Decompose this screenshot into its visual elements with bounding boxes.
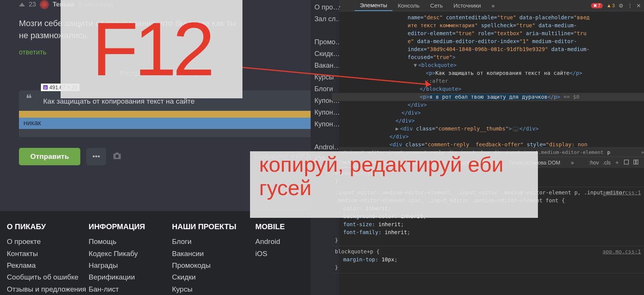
send-button[interactable]: Отправить	[19, 148, 80, 165]
footer-link[interactable]: Помощь	[89, 236, 172, 247]
annotation-f12: F12	[61, 0, 242, 98]
svg-rect-4	[636, 160, 638, 164]
footer-link[interactable]: Промокоды	[172, 259, 255, 271]
footer-h2: ИНФОРМАЦИЯ	[89, 222, 172, 231]
selected-node[interactable]: <p>я в рот ебал твою защиту для дурачков…	[332, 93, 644, 101]
footer-link[interactable]: Верификации	[89, 271, 172, 283]
margin-highlight	[19, 111, 313, 118]
hov-toggle[interactable]: :hov	[589, 160, 599, 166]
footer-link[interactable]: Отзывы и предложения	[7, 283, 89, 295]
warn-badge[interactable]: ▲ 3	[606, 3, 615, 8]
quote-icon: ❝	[26, 92, 32, 105]
svg-point-0	[116, 155, 119, 158]
footer-link[interactable]: Блоги	[172, 236, 255, 247]
styles-icon[interactable]	[633, 159, 639, 166]
tab-elements[interactable]: Элементы	[355, 0, 392, 11]
footer-link[interactable]: Скидки	[172, 271, 255, 283]
tabs-more-icon[interactable]: »	[486, 0, 500, 11]
content-highlight: никак	[19, 118, 313, 129]
svg-rect-2	[624, 160, 628, 164]
avatar[interactable]	[40, 0, 49, 9]
footer-link[interactable]: Кодекс Пикабу	[89, 248, 172, 259]
devtools-pane: Элементы Консоль Сеть Источники » ✖ 7 ▲ …	[332, 0, 644, 295]
footer-link[interactable]: Курсы	[172, 283, 255, 295]
svg-line-5	[242, 67, 431, 85]
upvote-icon[interactable]	[19, 3, 25, 6]
close-icon[interactable]: ✕	[636, 3, 641, 9]
footer-link[interactable]: Вакансии	[172, 248, 255, 259]
svg-marker-6	[425, 80, 431, 87]
annotation-text: копируй, редактируй еби гусей	[250, 151, 538, 218]
footer-link[interactable]: О проекте	[7, 236, 89, 247]
annotation-arrow	[240, 62, 441, 92]
footer-link[interactable]: Контакты	[7, 248, 89, 259]
footer-h1: О ПИКАБУ	[7, 222, 89, 231]
footer: О ПИКАБУ О проекте Контакты Реклама Сооб…	[0, 211, 332, 295]
styles-icon[interactable]	[624, 159, 629, 166]
gear-icon[interactable]: ⚙	[619, 3, 624, 9]
vote-count: 23	[29, 1, 36, 8]
source-link[interactable]: app.mo.css:1	[603, 189, 641, 197]
menu-icon[interactable]: ⋮	[627, 3, 633, 9]
footer-link[interactable]: Реклама	[7, 259, 89, 271]
tab-sources[interactable]: Источники	[448, 0, 486, 11]
svg-rect-3	[634, 160, 636, 164]
quote-title: Как защищать от копирования текст на сай…	[43, 97, 305, 106]
new-rule-icon[interactable]: ＋	[614, 159, 620, 166]
tab-console[interactable]: Консоль	[392, 0, 425, 11]
tabs-more-icon[interactable]: »	[566, 160, 579, 166]
footer-link[interactable]: Сообщить об ошибке	[7, 271, 89, 283]
error-badge[interactable]: ✖ 7	[591, 3, 603, 8]
footer-link[interactable]: Награды	[89, 259, 172, 271]
devtools-tabs: Элементы Консоль Сеть Источники » ✖ 7 ▲ …	[332, 0, 644, 11]
footer-link[interactable]: Бан-лист	[89, 283, 172, 295]
camera-icon[interactable]	[112, 152, 122, 161]
source-link[interactable]: app.mo.css:1	[603, 248, 641, 256]
cls-toggle[interactable]: .cls	[603, 160, 611, 166]
tab-network[interactable]: Сеть	[425, 0, 448, 11]
footer-h3: НАШИ ПРОЕКТЫ	[172, 222, 255, 231]
more-button[interactable]: •••	[86, 148, 106, 165]
